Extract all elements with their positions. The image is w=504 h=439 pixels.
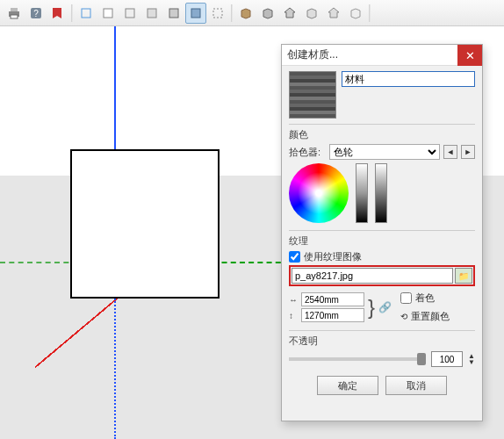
material-name-input[interactable] xyxy=(342,71,475,87)
svg-rect-11 xyxy=(213,9,222,18)
use-texture-label: 使用纹理图像 xyxy=(304,250,362,263)
reset-color-label: 重置颜色 xyxy=(411,310,450,323)
section-opacity-label: 不透明 xyxy=(289,330,475,348)
create-material-dialog: 创建材质... ✕ 颜色 拾色器: 色轮 ◄ ► 纹理 使用纹理图像 📁 xyxy=(281,44,483,421)
svg-rect-6 xyxy=(104,9,112,18)
reset-color-icon[interactable]: ⟲ xyxy=(400,312,407,321)
wireframe-icon[interactable] xyxy=(76,3,97,24)
lock-aspect-icon[interactable]: 🔗 xyxy=(378,301,392,313)
opacity-slider[interactable] xyxy=(289,357,426,361)
texture-height-input[interactable] xyxy=(301,308,364,322)
use-texture-checkbox[interactable] xyxy=(289,251,300,263)
help-icon[interactable]: ? xyxy=(25,3,47,24)
box-tool-icon[interactable] xyxy=(235,3,256,24)
dialog-title: 创建材质... xyxy=(282,45,482,66)
colorize-checkbox[interactable] xyxy=(400,292,412,304)
svg-rect-1 xyxy=(11,8,18,11)
drawn-rectangle[interactable] xyxy=(70,149,220,299)
height-icon: ↕ xyxy=(289,311,299,320)
width-icon: ↔ xyxy=(289,295,299,305)
close-button[interactable]: ✕ xyxy=(457,45,482,66)
shaded-tex-icon[interactable] xyxy=(141,3,162,24)
texture-preview xyxy=(289,71,336,119)
texture-file-row: 📁 xyxy=(289,265,475,286)
section-texture-label: 纹理 xyxy=(289,230,475,248)
svg-rect-8 xyxy=(148,9,156,18)
opacity-input[interactable] xyxy=(431,351,463,367)
house2-icon[interactable] xyxy=(323,3,344,24)
svg-rect-2 xyxy=(11,15,18,18)
house-icon[interactable] xyxy=(279,3,300,24)
svg-rect-5 xyxy=(82,9,90,18)
component-icon[interactable] xyxy=(257,3,278,24)
picker-next-button[interactable]: ► xyxy=(461,145,475,159)
svg-rect-10 xyxy=(191,9,200,18)
toolbar-separator xyxy=(369,4,371,22)
value-slider[interactable] xyxy=(375,163,387,223)
opacity-spinner[interactable]: ▲▼ xyxy=(468,353,475,365)
package-icon[interactable] xyxy=(345,3,366,24)
svg-text:?: ? xyxy=(33,9,39,18)
group-icon[interactable] xyxy=(301,3,322,24)
cancel-button[interactable]: 取消 xyxy=(385,376,447,395)
hidden-line-icon[interactable] xyxy=(97,3,119,24)
shaded-icon[interactable] xyxy=(119,3,140,24)
texture-file-input[interactable] xyxy=(292,268,453,284)
saturation-slider[interactable] xyxy=(356,163,368,223)
main-toolbar: ? xyxy=(0,0,504,26)
svg-rect-9 xyxy=(169,9,178,18)
axis-blue-dashed xyxy=(114,299,116,439)
toolbar-separator xyxy=(71,4,73,22)
texture-width-input[interactable] xyxy=(301,292,364,306)
color-wheel[interactable] xyxy=(289,163,349,223)
back-edges-icon[interactable] xyxy=(207,3,228,24)
picker-select[interactable]: 色轮 xyxy=(329,144,440,160)
browse-texture-button[interactable]: 📁 xyxy=(455,268,472,284)
link-brace-icon: } xyxy=(368,297,375,318)
printer-icon[interactable] xyxy=(4,3,25,24)
colorize-label: 着色 xyxy=(415,291,435,305)
mono-icon[interactable] xyxy=(163,3,184,24)
picker-label: 拾色器: xyxy=(289,146,326,159)
picker-prev-button[interactable]: ◄ xyxy=(443,145,457,159)
info-red-icon[interactable] xyxy=(47,3,68,24)
toolbar-separator xyxy=(231,4,233,22)
svg-rect-7 xyxy=(126,9,134,18)
section-color-label: 颜色 xyxy=(289,124,475,141)
xray-icon[interactable] xyxy=(185,3,206,24)
ok-button[interactable]: 确定 xyxy=(317,376,378,395)
